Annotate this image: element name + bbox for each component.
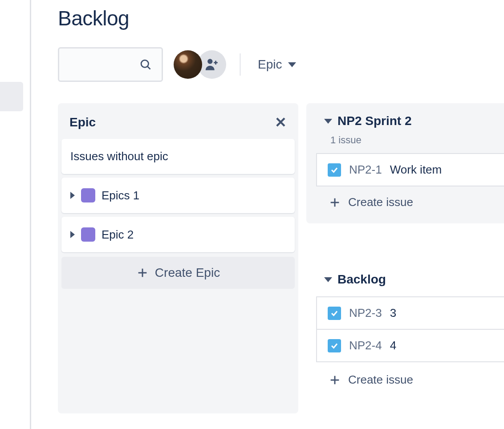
- avatar-group: [174, 50, 226, 79]
- epic-panel: Epic ✕ Issues without epic Epics 1 Epic …: [58, 103, 298, 413]
- issue-summary: 4: [390, 339, 396, 352]
- add-user-icon: [204, 57, 219, 72]
- chevron-down-icon: [288, 62, 296, 67]
- divider: [240, 53, 241, 76]
- epic-filter-dropdown[interactable]: Epic: [258, 57, 296, 72]
- issue-key: NP2-1: [349, 163, 382, 177]
- plus-icon: [329, 196, 341, 209]
- epic-panel-title: Epic: [69, 115, 96, 130]
- issue-key: NP2-3: [349, 306, 382, 320]
- issue-key: NP2-4: [349, 339, 382, 352]
- chevron-right-icon: [70, 231, 75, 238]
- chevron-right-icon: [70, 192, 75, 199]
- sprint-section: NP2 Sprint 2 1 issue NP2-1 Work item Cre…: [306, 103, 504, 223]
- issue-row[interactable]: NP2-4 4: [316, 330, 504, 362]
- sprint-name: NP2 Sprint 2: [337, 114, 411, 128]
- sprint-header[interactable]: NP2 Sprint 2: [306, 103, 504, 132]
- search-icon: [139, 58, 152, 71]
- epic-color-swatch: [81, 227, 95, 242]
- backlog-header[interactable]: Backlog: [306, 272, 504, 296]
- chevron-down-icon: [324, 119, 332, 124]
- create-issue-button[interactable]: Create issue: [306, 362, 504, 387]
- create-issue-label: Create issue: [348, 195, 413, 209]
- plus-icon: [329, 374, 341, 386]
- sprint-issue-count: 1 issue: [306, 132, 504, 153]
- create-issue-label: Create issue: [348, 373, 413, 387]
- epic-color-swatch: [81, 188, 95, 202]
- task-icon: [328, 339, 341, 352]
- create-issue-button[interactable]: Create issue: [306, 186, 504, 221]
- task-icon: [328, 307, 341, 320]
- svg-point-2: [207, 59, 212, 64]
- issue-row[interactable]: NP2-1 Work item: [316, 153, 504, 186]
- epic-name: Epic 2: [102, 228, 134, 242]
- issue-summary: 3: [390, 306, 396, 320]
- plus-icon: [136, 267, 149, 279]
- epic-item[interactable]: Epics 1: [61, 178, 295, 213]
- issues-without-epic-label: Issues without epic: [70, 150, 168, 163]
- create-epic-button[interactable]: Create Epic: [61, 257, 295, 289]
- backlog-section: Backlog NP2-3 3 NP2-4: [306, 272, 504, 387]
- sidebar-rail: [0, 0, 31, 429]
- sidebar-selected-item[interactable]: [0, 82, 23, 111]
- search-input[interactable]: [58, 47, 163, 82]
- toolbar: Epic: [58, 47, 504, 82]
- chevron-down-icon: [324, 277, 332, 282]
- epic-filter-label: Epic: [258, 57, 282, 72]
- user-avatar[interactable]: [174, 50, 202, 79]
- create-epic-label: Create Epic: [155, 266, 220, 280]
- svg-point-0: [141, 60, 148, 67]
- epic-name: Epics 1: [102, 189, 139, 202]
- issue-summary: Work item: [390, 163, 442, 177]
- issue-row[interactable]: NP2-3 3: [316, 296, 504, 330]
- svg-line-1: [148, 67, 150, 69]
- epic-item[interactable]: Epic 2: [61, 217, 295, 252]
- close-icon[interactable]: ✕: [275, 114, 287, 131]
- issues-without-epic-item[interactable]: Issues without epic: [61, 139, 295, 174]
- page-title: Backlog: [58, 6, 504, 30]
- backlog-title: Backlog: [337, 272, 386, 287]
- task-icon: [328, 163, 341, 177]
